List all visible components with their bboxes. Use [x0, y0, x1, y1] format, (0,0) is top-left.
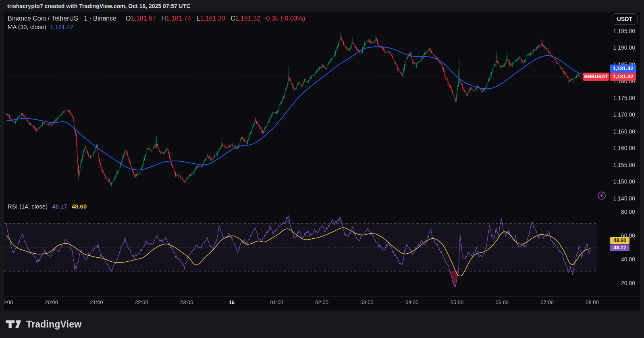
symbol-title[interactable]: Binance Coin / TetherUS · 1 · Binance: [8, 15, 116, 22]
rsi-tick-label: 20.00: [621, 280, 635, 286]
rsi-tick-label: 80.00: [621, 209, 635, 215]
rsi-value: 48.17: [52, 203, 67, 210]
chart-widget: Binance Coin / TetherUS · 1 · Binance O1…: [4, 12, 640, 311]
time-tick-label: 16: [220, 299, 244, 305]
ma-legend-row[interactable]: MA (30, close)1,181.42: [8, 23, 305, 30]
price-tick-label: 1,160.00: [613, 145, 636, 151]
symbol-price-tag: BNBUSDT: [583, 73, 609, 81]
price-tick-label: 1,170.00: [613, 111, 636, 118]
time-tick-label: 19:00: [4, 299, 19, 305]
ma-value: 1,181.42: [50, 23, 73, 30]
tradingview-snapshot-page: trishacrypto7 created with TradingView.c…: [0, 0, 644, 338]
price-tick-label: 1,195.00: [613, 28, 636, 34]
ma-price-label: 1,181.42: [610, 65, 636, 73]
open-value: 1,181.67: [131, 15, 156, 22]
time-tick-label: 23:00: [175, 299, 199, 305]
price-tick-label: 1,190.00: [613, 44, 636, 51]
close-value: 1,181.32: [235, 15, 260, 22]
tradingview-logo-icon[interactable]: [6, 319, 22, 330]
price-tick-label: 1,155.00: [613, 162, 636, 168]
tradingview-logo-text[interactable]: TradingView: [26, 319, 81, 330]
time-tick-label: 08:00: [580, 299, 604, 305]
main-chart-legend: Binance Coin / TetherUS · 1 · Binance O1…: [8, 15, 305, 30]
rsi-label: RSI (14, close): [8, 203, 48, 210]
ohlc-readout: O1,181.67 H1,181.74 L1,181.30 C1,181.32: [122, 15, 260, 22]
price-tick-label: 1,175.00: [613, 95, 636, 101]
change-value: -0.35 (-0.03%): [264, 15, 305, 22]
rsi-ma-axis-label: 48.60: [610, 237, 629, 244]
last-price-label: 1,181.32: [610, 73, 636, 81]
time-tick-label: 21:00: [85, 299, 109, 305]
open-label: O: [126, 15, 131, 22]
time-tick-label: 20:00: [39, 299, 64, 305]
close-label: C: [231, 15, 235, 22]
price-tick-label: 1,165.00: [613, 128, 636, 135]
rsi-ma-value: 48.60: [72, 203, 87, 210]
attribution-bar: trishacrypto7 created with TradingView.c…: [0, 0, 644, 12]
time-tick-label: 06:00: [490, 299, 514, 305]
time-tick-label: 03:00: [355, 299, 379, 305]
symbol-legend-row[interactable]: Binance Coin / TetherUS · 1 · Binance O1…: [8, 15, 305, 22]
rsi-tick-label: 40.00: [621, 256, 635, 263]
currency-toggle-button[interactable]: USDT: [612, 13, 638, 25]
boost-lightning-icon[interactable]: [597, 191, 606, 200]
price-tick-label: 1,150.00: [613, 178, 636, 185]
time-tick-label: 07:00: [535, 299, 559, 305]
time-tick-label: 04:00: [400, 299, 424, 305]
ma-label: MA (30, close): [8, 23, 46, 30]
low-value: 1,181.30: [200, 15, 225, 22]
time-tick-label: 05:00: [445, 299, 469, 305]
rsi-axis-label: 48.17: [610, 244, 629, 251]
attribution-text: trishacrypto7 created with TradingView.c…: [7, 3, 190, 9]
high-value: 1,181.74: [166, 15, 191, 22]
time-tick-label: 01:00: [265, 299, 289, 305]
high-label: H: [161, 15, 166, 22]
footer-bar: TradingView: [0, 311, 644, 338]
time-tick-label: 02:00: [310, 299, 334, 305]
price-tick-label: 1,145.00: [613, 195, 636, 202]
time-tick-label: 22:00: [129, 299, 154, 305]
price-chart-canvas[interactable]: [4, 12, 640, 311]
rsi-legend-row[interactable]: RSI (14, close)48.1748.60: [8, 203, 87, 210]
